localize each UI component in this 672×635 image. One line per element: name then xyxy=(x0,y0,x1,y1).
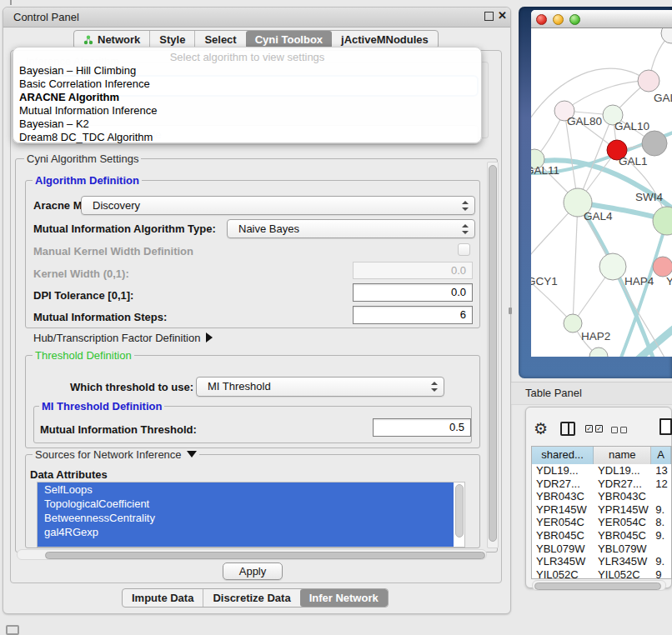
node-label: SWI4 xyxy=(635,191,663,203)
manual-kernel-width-label: Manual Kernel Width Definition xyxy=(33,245,193,258)
node-hap2[interactable] xyxy=(564,314,582,332)
settings-horizontal-scrollbar[interactable] xyxy=(17,549,487,560)
node-hap4[interactable] xyxy=(599,253,626,280)
node-label: GAL80 xyxy=(567,115,602,128)
mi-threshold-field[interactable]: 0.5 xyxy=(373,418,471,437)
settings-horizontal-scrollbar-thumb[interactable] xyxy=(45,552,485,559)
table-horizontal-scrollbar-thumb[interactable] xyxy=(534,582,661,590)
tab-cyni-toolbox[interactable]: Cyni Toolbox xyxy=(246,31,332,48)
algorithm-option-selected[interactable]: ARACNE Algorithm xyxy=(13,91,481,104)
combo-stepper-icon xyxy=(431,382,438,392)
node-label: HAP4 xyxy=(624,275,654,288)
attribute-item[interactable]: SelfLoops xyxy=(38,482,454,497)
tab-discretize-data[interactable]: Discretize Data xyxy=(203,589,299,607)
node-label: Y xyxy=(666,275,672,288)
node-label: GAL1 xyxy=(619,155,648,168)
tab-style[interactable]: Style xyxy=(149,31,194,48)
panel-grip-button[interactable] xyxy=(6,625,19,635)
combo-stepper-icon xyxy=(462,201,469,211)
split-columns-icon[interactable] xyxy=(560,422,575,436)
node[interactable] xyxy=(661,28,672,43)
dpi-tolerance-field[interactable]: 0.0 xyxy=(353,283,473,302)
attribute-item[interactable]: TopologicalCoefficient xyxy=(38,497,454,511)
attributes-list-scrollbar[interactable] xyxy=(455,484,464,538)
node-label: GAL10 xyxy=(614,120,649,132)
algorithm-option[interactable]: Basic Correlation Inference xyxy=(13,78,481,91)
node-label: GAL xyxy=(654,92,672,104)
network-window: GAL GAL80 GAL10 GAL1 GAL11 SWI4 GAL4 GCY… xyxy=(531,10,672,357)
mi-steps-field[interactable]: 6 xyxy=(353,306,473,324)
data-attributes-selection: SelfLoops TopologicalCoefficient Between… xyxy=(38,482,454,547)
table-row[interactable]: YBR043CYBR043C xyxy=(532,490,671,503)
column-header-shared-name[interactable]: shared... xyxy=(532,447,594,464)
node-label: HAP2 xyxy=(581,330,610,342)
mi-steps-label: Mutual Information Steps: xyxy=(33,311,167,323)
attribute-item[interactable]: gal4RGexp xyxy=(38,525,454,539)
kernel-width-field[interactable]: 0.0 xyxy=(353,262,473,279)
tab-select[interactable]: Select xyxy=(194,31,245,48)
node-swi4[interactable] xyxy=(653,207,672,235)
zoom-traffic-light-icon[interactable] xyxy=(569,14,580,25)
algorithm-option[interactable]: Bayesian – K2 xyxy=(13,118,481,131)
kernel-width-label: Kernel Width (0,1): xyxy=(33,268,129,280)
table-row[interactable]: YBR045CYBR045C9. xyxy=(532,529,671,542)
which-threshold-label: Which threshold to use: xyxy=(70,381,193,393)
network-canvas[interactable]: GAL GAL80 GAL10 GAL1 GAL11 SWI4 GAL4 GCY… xyxy=(531,28,672,357)
apply-button[interactable]: Apply xyxy=(223,562,283,580)
control-panel-titlebar xyxy=(3,8,510,28)
sources-title[interactable]: Sources for Network Inference xyxy=(33,448,199,461)
settings-vertical-scrollbar-thumb[interactable] xyxy=(489,165,497,542)
gear-icon[interactable]: ⚙ xyxy=(534,419,548,438)
mi-threshold-label: Mutual Information Threshold: xyxy=(40,423,197,436)
tab-network[interactable]: Network xyxy=(74,31,149,48)
table-row[interactable]: YBL079WYBL079W xyxy=(532,542,671,556)
top-edge-tick xyxy=(10,0,12,5)
table-panel-title: Table Panel xyxy=(525,387,582,399)
hub-definition-expander[interactable]: Hub/Transcription Factor Definition xyxy=(33,332,213,344)
manual-kernel-width-checkbox[interactable] xyxy=(458,243,470,256)
deselect-all-checkboxes-icon[interactable] xyxy=(611,427,627,433)
table-row[interactable]: YDL19...YDL19...13 xyxy=(532,464,671,478)
algorithm-option[interactable]: Mutual Information Inference xyxy=(13,104,481,118)
data-attributes-label: Data Attributes xyxy=(30,468,108,481)
column-header-name[interactable]: name xyxy=(594,447,651,464)
aracne-mode-combobox[interactable]: Discovery xyxy=(81,196,475,215)
node-label: GAL4 xyxy=(584,210,613,222)
network-window-titlebar[interactable] xyxy=(531,10,672,28)
cyni-algorithm-settings-title: Cyni Algorithm Settings xyxy=(24,152,141,165)
mi-algorithm-type-combobox[interactable]: Naive Bayes xyxy=(227,219,475,238)
algorithm-option[interactable]: Bayesian – Hill Climbing xyxy=(13,64,481,78)
document-icon[interactable] xyxy=(659,418,672,435)
table-row[interactable]: YDR27...YDR27...12 xyxy=(532,478,671,491)
column-header-a[interactable]: A xyxy=(651,447,671,464)
table-row[interactable]: YER054CYER054C8. xyxy=(532,516,671,529)
expand-right-icon xyxy=(206,332,213,342)
combo-stepper-icon xyxy=(462,224,469,234)
minimize-traffic-light-icon[interactable] xyxy=(553,14,564,25)
table-row[interactable]: YLR345WYLR345W9. xyxy=(532,555,671,568)
tab-impute-data[interactable]: Impute Data xyxy=(123,589,203,607)
collapse-down-icon xyxy=(187,451,197,458)
which-threshold-combobox[interactable]: MI Threshold xyxy=(196,377,444,397)
tab-infer-network[interactable]: Infer Network xyxy=(300,589,388,607)
float-window-icon[interactable] xyxy=(484,12,494,21)
node-gray[interactable] xyxy=(642,131,667,156)
table-horizontal-scrollbar[interactable] xyxy=(532,580,666,591)
close-icon[interactable]: ✕ xyxy=(498,9,507,22)
tab-network-label: Network xyxy=(98,33,140,46)
attribute-item[interactable]: BetweennessCentrality xyxy=(38,511,454,525)
node[interactable] xyxy=(638,70,659,92)
node-attribute-table: shared... name A YDL19...YDL19...13 YDR2… xyxy=(531,446,672,579)
table-row[interactable]: YIL052CYIL052C9 xyxy=(532,568,671,579)
panel-divider-handle[interactable] xyxy=(509,308,512,314)
node-salmon[interactable] xyxy=(653,257,672,277)
algorithm-option[interactable]: Dream8 DC_TDC Algorithm xyxy=(13,131,481,144)
node-label: GAL11 xyxy=(531,164,559,177)
select-all-checkboxes-icon[interactable]: ✓✓ xyxy=(585,425,603,432)
node[interactable] xyxy=(589,348,608,357)
settings-vertical-scrollbar[interactable] xyxy=(487,162,499,548)
tab-jactivemnodules[interactable]: jActiveMNodules xyxy=(332,31,438,48)
table-row[interactable]: YPR145WYPR145W9. xyxy=(532,503,671,517)
mi-threshold-definition-title: MI Threshold Definition xyxy=(39,400,164,412)
close-traffic-light-icon[interactable] xyxy=(536,14,547,25)
